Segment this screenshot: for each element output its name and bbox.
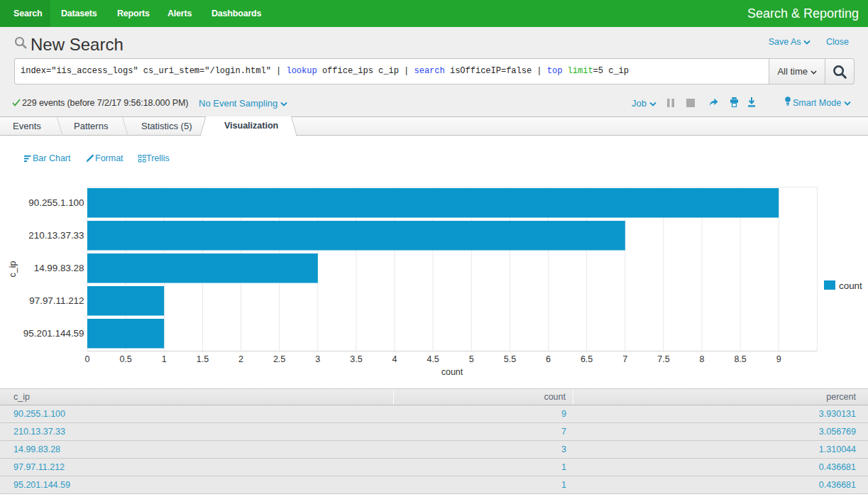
svg-text:2.5: 2.5 (273, 354, 285, 364)
svg-text:7.5: 7.5 (657, 354, 669, 364)
svg-text:c_ip: c_ip (8, 261, 18, 277)
svg-text:4: 4 (392, 354, 397, 364)
svg-text:5.5: 5.5 (504, 354, 516, 364)
svg-text:3: 3 (315, 354, 320, 364)
svg-text:6.5: 6.5 (581, 354, 593, 364)
svg-text:8: 8 (700, 354, 705, 364)
svg-text:count: count (441, 367, 463, 377)
svg-text:0.5: 0.5 (119, 354, 131, 364)
svg-text:0: 0 (85, 354, 90, 364)
svg-text:count: count (839, 280, 862, 291)
svg-text:3.5: 3.5 (350, 354, 362, 364)
svg-text:210.13.37.33: 210.13.37.33 (28, 230, 84, 241)
svg-text:14.99.83.28: 14.99.83.28 (34, 263, 84, 273)
svg-text:8.5: 8.5 (734, 354, 746, 364)
svg-text:6: 6 (546, 354, 551, 364)
svg-text:4.5: 4.5 (427, 354, 439, 364)
svg-text:5: 5 (469, 354, 474, 364)
svg-text:97.97.11.212: 97.97.11.212 (29, 295, 84, 306)
svg-text:1: 1 (162, 354, 167, 364)
svg-text:1.5: 1.5 (197, 354, 209, 364)
svg-text:9: 9 (776, 354, 781, 364)
svg-text:95.201.144.59: 95.201.144.59 (23, 328, 84, 339)
svg-text:90.255.1.100: 90.255.1.100 (28, 197, 84, 208)
svg-text:7: 7 (622, 354, 627, 364)
svg-text:2: 2 (238, 354, 243, 364)
